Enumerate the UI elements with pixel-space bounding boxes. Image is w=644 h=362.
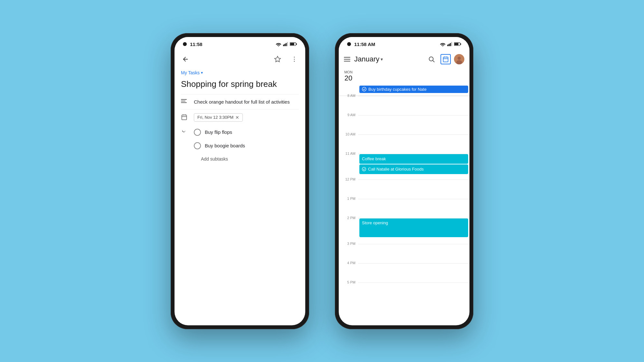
day-header: Mon 20 [339,69,469,85]
time-line-12pm [358,180,469,199]
time-row-10am: 10 AM [339,135,469,154]
svg-rect-6 [296,43,297,45]
date-chip[interactable]: Fri, Nov 12 3:30PM ✕ [194,113,243,122]
subtask-1-label: Buy flip flops [205,129,232,135]
svg-line-23 [433,60,434,62]
time-row-9am: 9 AM [339,115,469,135]
more-button[interactable] [289,53,300,65]
time-label-8am: 8 AM [339,94,358,115]
signal-icon-2 [447,42,452,46]
svg-rect-21 [460,43,461,45]
time-line-9am [358,115,469,135]
svg-rect-0 [283,45,284,46]
call-natalie-event[interactable]: Call Natalie at Glorious Foods [359,164,468,174]
svg-rect-3 [287,42,288,46]
store-opening-event[interactable]: Store opening [359,218,468,237]
time-grid: 8 AM 9 AM 10 AM 11 AM [339,96,469,302]
time-line-5pm [358,283,469,302]
svg-point-32 [362,167,366,171]
notes-icon-col [181,99,189,103]
svg-point-29 [458,57,461,60]
svg-rect-11 [182,115,187,120]
time-label-9am: 9 AM [339,113,358,135]
time-row-11am: 11 AM Coffee break Call Natalie at Glori… [339,154,469,180]
menu-button[interactable] [344,57,350,61]
tasks-label-row: My Tasks ▾ [175,69,305,78]
subtask-row-2: Buy boogie boards [181,139,299,153]
status-time: 11:58 [190,42,202,47]
star-button[interactable] [272,53,283,65]
all-day-event[interactable]: Buy birthday cupcakes for Nate [359,86,468,93]
svg-rect-24 [443,57,448,62]
battery-icon-2 [454,42,461,46]
calendar-icon-col [181,114,189,122]
description-text: Check orange handout for full list of ac… [194,98,290,105]
subtask-1-checkbox[interactable] [194,129,201,136]
time-line-2pm: Store opening [358,218,469,244]
date-chip-clear[interactable]: ✕ [235,115,239,120]
svg-rect-1 [284,44,285,46]
time-row-1pm: 1 PM [339,199,469,218]
time-row-2pm: 2 PM Store opening [339,218,469,244]
coffee-break-event[interactable]: Coffee break [359,154,468,164]
time-line-8am [358,96,469,115]
time-label-10am: 10 AM [339,132,358,154]
phone-calendar: 11:58 AM [335,33,473,329]
status-icons [276,42,297,46]
time-label-12pm: 12 PM [339,177,358,199]
month-title[interactable]: January ▾ [354,55,383,63]
day-num: 20 [345,74,352,82]
day-dow: Mon [344,70,353,74]
time-row-5pm: 5 PM [339,283,469,302]
time-line-11am: Coffee break Call Natalie at Glorious Fo… [358,154,469,180]
my-tasks-button[interactable]: My Tasks ▾ [181,70,299,75]
calendar-icon [181,114,187,120]
signal-icon [283,42,288,46]
time-line-4pm [358,263,469,283]
wifi-icon [276,42,281,46]
add-subtasks-button[interactable]: Add subtasks [181,153,299,165]
svg-rect-17 [450,43,451,46]
svg-point-10 [294,61,295,62]
status-icons-2 [440,42,461,46]
time-label-5pm: 5 PM [339,280,358,302]
svg-rect-18 [451,42,452,46]
time-row-4pm: 4 PM [339,263,469,283]
task-check-icon [362,87,366,91]
calendar-today-icon [442,56,449,62]
status-time-2: 11:58 AM [354,42,375,47]
time-line-10am [358,135,469,154]
tasks-toolbar [175,50,305,69]
svg-rect-20 [454,43,459,45]
svg-point-22 [429,57,433,61]
description-row: Check orange handout for full list of ac… [181,94,299,109]
status-bar-tasks: 11:58 [175,37,305,50]
subtask-row-1: Buy flip flops [181,125,299,139]
search-icon [428,56,435,63]
time-line-3pm [358,244,469,263]
avatar-image [454,54,464,64]
today-button[interactable] [440,54,451,64]
time-label-3pm: 3 PM [339,242,358,263]
back-button[interactable] [180,53,191,65]
svg-point-31 [362,87,366,91]
phone-tasks: 11:58 [171,33,309,329]
notes-icon [181,99,189,103]
subtask-indent [181,129,190,136]
subtask-2-checkbox[interactable] [194,142,201,149]
avatar[interactable] [454,54,464,64]
task-icon-call [362,167,366,171]
all-day-label [339,85,358,94]
tasks-body: Check orange handout for full list of ac… [175,94,305,325]
status-bar-calendar: 11:58 AM [339,37,469,50]
time-row-12pm: 12 PM [339,180,469,199]
subtask-2-label: Buy boogie boards [205,143,245,148]
time-label-2pm: 2 PM [339,216,358,244]
battery-icon [290,42,297,46]
svg-marker-7 [275,56,280,61]
time-label-1pm: 1 PM [339,197,358,218]
task-title: Shopping for spring break [175,78,305,94]
svg-rect-5 [290,43,294,45]
svg-point-9 [294,59,295,60]
search-button[interactable] [426,53,437,65]
